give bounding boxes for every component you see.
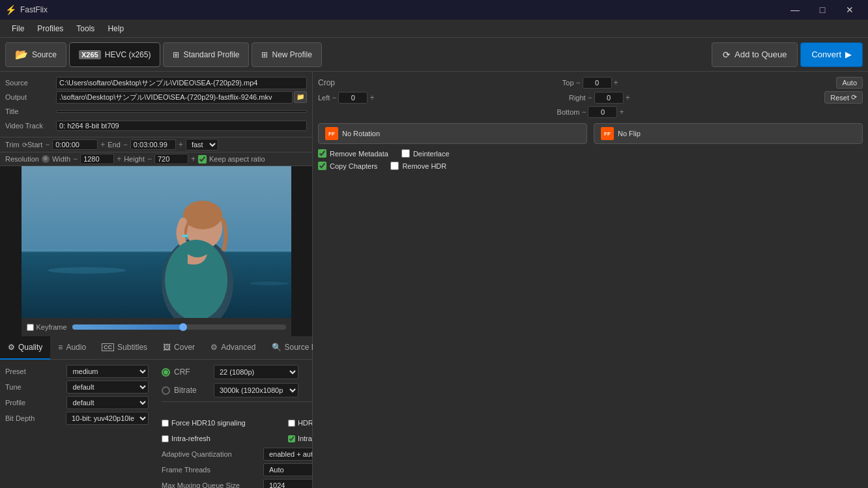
maximize-button[interactable]: □ <box>809 0 835 20</box>
output-browse-button[interactable]: 📁 <box>294 91 307 103</box>
crop-reset-button[interactable]: Reset ⟳ <box>824 91 863 104</box>
preset-row: Preset medium <box>5 365 149 378</box>
menu-help[interactable]: Help <box>101 22 130 36</box>
max-mux-select[interactable]: 1024 <box>263 479 312 488</box>
crf-radio[interactable] <box>162 368 170 377</box>
crop-top-row: Crop Top − + Auto <box>318 77 863 89</box>
source-button[interactable]: 📂 Source <box>5 42 66 67</box>
copy-chapters-item: Copy Chapters <box>318 162 377 170</box>
remove-metadata-label: Remove Metadata <box>330 150 388 158</box>
advanced-tab-icon: ⚙ <box>210 343 218 352</box>
intra-refresh-checkbox[interactable] <box>162 435 169 442</box>
remove-hdr-checkbox[interactable] <box>390 162 399 170</box>
rotation-button[interactable]: FF No Rotation <box>318 123 587 144</box>
profile-label: Profile <box>5 399 63 407</box>
keyframe-slider[interactable] <box>72 324 286 330</box>
bit-depth-select[interactable]: 10-bit: yuv420p10le <box>66 412 149 425</box>
menu-tools[interactable]: Tools <box>70 22 101 36</box>
svg-rect-2 <box>22 250 291 252</box>
remove-metadata-item: Remove Metadata <box>318 149 388 158</box>
width-minus[interactable]: − <box>73 154 78 164</box>
preview-area: Keyframe <box>0 166 312 336</box>
profile-select[interactable]: default <box>66 396 149 409</box>
subtitles-tab-label: Subtitles <box>117 343 147 352</box>
end-minus[interactable]: − <box>123 140 128 149</box>
app-icon: ⚡ <box>5 5 16 15</box>
minimize-button[interactable]: — <box>782 0 808 20</box>
start-plus[interactable]: + <box>100 140 105 149</box>
bitrate-radio[interactable] <box>162 386 170 395</box>
close-button[interactable]: ✕ <box>837 0 863 20</box>
crop-left-group: Left − + <box>318 92 374 104</box>
speed-select[interactable]: fast slow <box>186 139 218 151</box>
copy-chapters-checkbox[interactable] <box>318 162 326 170</box>
crop-left-plus[interactable]: + <box>369 93 374 102</box>
keyframe-checkbox[interactable] <box>27 324 34 331</box>
end-plus[interactable]: + <box>179 140 183 149</box>
crop-top-label: Top <box>562 79 574 87</box>
crop-right-minus[interactable]: − <box>588 93 592 102</box>
crop-left-input[interactable] <box>338 92 368 104</box>
frame-threads-select[interactable]: Auto <box>263 463 312 476</box>
trim-label: Trim ⟳ <box>5 141 25 149</box>
hdr10-opt-item: HDR10 Optimizations <box>288 416 312 429</box>
add-to-queue-button[interactable]: ⟳ Add to Queue <box>712 42 798 67</box>
end-field[interactable] <box>130 139 176 150</box>
preset-select[interactable]: medium <box>66 365 149 378</box>
width-label: Width <box>52 155 70 163</box>
crop-left-minus[interactable]: − <box>332 93 336 102</box>
crop-right-plus[interactable]: + <box>626 93 630 102</box>
bitrate-row: Bitrate 3000k (1920x1080p @ 30fps) Custo… <box>162 383 312 397</box>
end-label: End <box>108 141 121 149</box>
crf-select[interactable]: 22 (1080p) <box>214 365 298 379</box>
start-field[interactable] <box>52 139 98 150</box>
crop-right-input[interactable] <box>594 92 624 104</box>
crop-bottom-input[interactable] <box>588 106 617 118</box>
height-plus[interactable]: + <box>191 154 195 164</box>
flip-button[interactable]: FF No Flip <box>594 123 863 144</box>
tab-advanced[interactable]: ⚙ Advanced <box>203 336 263 360</box>
tab-subtitles[interactable]: CC Subtitles <box>94 336 155 360</box>
hdr10-opt-checkbox[interactable] <box>288 420 295 427</box>
aspect-ratio-checkbox[interactable] <box>198 155 207 164</box>
frame-threads-row: Frame Threads Auto <box>162 463 312 476</box>
crop-top-plus[interactable]: + <box>614 78 618 87</box>
crop-left-label: Left <box>318 94 330 102</box>
video-track-label: Video Track <box>5 122 52 130</box>
start-minus[interactable]: − <box>45 140 50 149</box>
hevc-label: HEVC (x265) <box>105 50 151 59</box>
new-profile-button[interactable]: ⊞ New Profile <box>252 42 321 67</box>
crop-right-label: Right <box>569 94 586 102</box>
hevc-button[interactable]: X265 HEVC (x265) <box>69 42 160 67</box>
crop-top-input[interactable] <box>583 77 612 89</box>
standard-profile-icon: ⊞ <box>173 50 179 59</box>
tab-audio[interactable]: ≡ Audio <box>50 336 94 360</box>
menu-file[interactable]: File <box>5 22 31 36</box>
crop-bottom-plus[interactable]: + <box>619 108 624 117</box>
deinterlace-checkbox[interactable] <box>401 149 410 158</box>
intra-smooth-checkbox[interactable] <box>288 435 295 442</box>
audio-tab-icon: ≡ <box>58 343 63 352</box>
intra-refresh-item: Intra-refresh <box>162 432 285 445</box>
tune-select[interactable]: default <box>66 380 149 394</box>
width-field[interactable] <box>80 154 114 164</box>
tab-cover[interactable]: 🖼 Cover <box>155 336 203 360</box>
svg-point-5 <box>183 201 222 229</box>
advanced-divider: Advanced <box>162 401 312 412</box>
bitrate-select[interactable]: 3000k (1920x1080p @ 30fps) <box>214 383 298 397</box>
remove-metadata-checkbox[interactable] <box>318 149 326 158</box>
force-hdr10-checkbox[interactable] <box>162 420 169 427</box>
standard-profile-button[interactable]: ⊞ Standard Profile <box>163 42 249 67</box>
adaptive-q-select[interactable]: enabled + auto-variance <box>263 448 312 461</box>
source-row: Source C:\Users\softaro\Desktop\サンプル\VID… <box>5 76 307 90</box>
menu-profiles[interactable]: Profiles <box>31 22 70 36</box>
width-plus[interactable]: + <box>117 154 121 164</box>
crop-bottom-label: Bottom <box>557 108 580 116</box>
tab-quality[interactable]: ⚙ Quality <box>0 336 50 360</box>
crop-top-minus[interactable]: − <box>576 78 581 87</box>
convert-button[interactable]: Convert ▶ <box>800 42 863 67</box>
height-field[interactable] <box>154 154 188 164</box>
crop-auto-button[interactable]: Auto <box>836 77 863 89</box>
crop-bottom-minus[interactable]: − <box>581 108 586 117</box>
height-minus[interactable]: − <box>147 154 152 164</box>
